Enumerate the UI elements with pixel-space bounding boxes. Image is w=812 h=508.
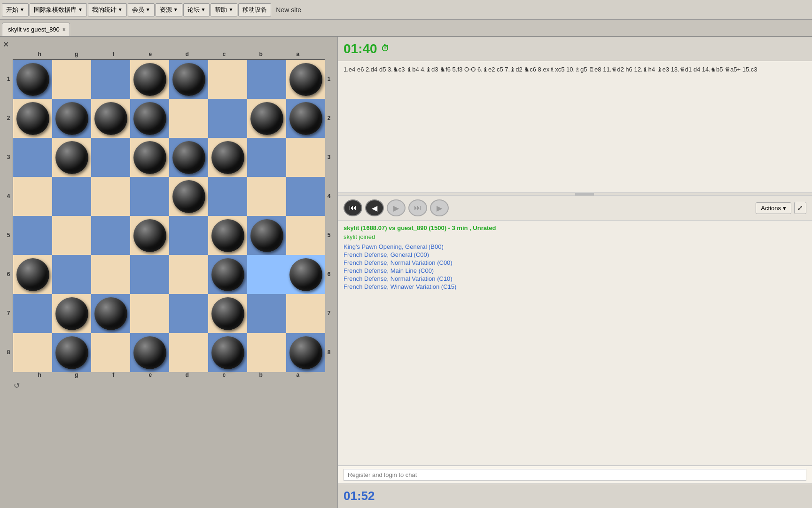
square-f1[interactable] [91,60,130,99]
last-move-button[interactable]: ⏭ [408,199,427,216]
square-b8[interactable] [247,333,286,372]
nav-forum[interactable]: 论坛 ▼ [183,3,210,16]
nav-start[interactable]: 开始 ▼ [2,3,29,16]
square-c4[interactable] [208,177,247,216]
nav-mystats[interactable]: 我的统计 ▼ [88,3,127,16]
game-tab[interactable]: skylit vs guest_890 × [2,23,70,36]
chat-input[interactable] [344,469,806,481]
square-g7[interactable] [52,294,91,333]
square-b3[interactable] [247,138,286,177]
square-g1[interactable] [52,60,91,99]
play-button[interactable]: ▶ [430,199,449,216]
square-b5[interactable] [247,216,286,255]
square-g6[interactable] [52,255,91,294]
square-e6[interactable] [130,255,169,294]
square-c8[interactable] [208,333,247,372]
square-c7[interactable] [208,294,247,333]
nav-newsite[interactable]: New site [272,5,305,15]
square-h4[interactable] [13,177,52,216]
square-h2[interactable] [13,99,52,138]
first-move-button[interactable]: ⏮ [344,199,362,216]
square-f5[interactable] [91,216,130,255]
square-g5[interactable] [52,216,91,255]
square-f8[interactable] [91,333,130,372]
tab-close-button[interactable]: × [62,26,66,33]
square-c6[interactable] [208,255,247,294]
opening-link-0[interactable]: King's Pawn Opening, General (B00) [344,243,806,250]
square-a4[interactable] [286,177,325,216]
col-labels-top: h g f e d c b a [4,51,333,59]
square-a6[interactable] [286,255,325,294]
square-d8[interactable] [169,333,208,372]
prev-move-button[interactable]: ◀ [365,199,384,216]
square-f4[interactable] [91,177,130,216]
square-g4[interactable] [52,177,91,216]
square-b2[interactable] [247,99,286,138]
nav-forum-arrow: ▼ [201,7,206,12]
board-refresh-icon[interactable]: ↺ [14,381,20,390]
square-d6[interactable] [169,255,208,294]
board-close-icon[interactable]: ✕ [3,40,9,49]
chessboard[interactable] [13,59,325,372]
square-h1[interactable] [13,60,52,99]
square-d2[interactable] [169,99,208,138]
square-b1[interactable] [247,60,286,99]
opening-link-4[interactable]: French Defense, Normal Variation (C10) [344,275,806,282]
square-g3[interactable] [52,138,91,177]
square-c3[interactable] [208,138,247,177]
fullscreen-icon: ⤢ [797,204,803,212]
square-h7[interactable] [13,294,52,333]
nav-resources[interactable]: 资源 ▼ [156,3,182,16]
square-e2[interactable] [130,99,169,138]
square-e3[interactable] [130,138,169,177]
square-a8[interactable] [286,333,325,372]
piece-d3 [172,141,205,174]
square-a5[interactable] [286,216,325,255]
square-h6[interactable] [13,255,52,294]
square-e5[interactable] [130,216,169,255]
col-label-c-top: c [206,51,243,59]
square-f3[interactable] [91,138,130,177]
moves-area: 1.e4 e6 2.d4 d5 3.♞c3 ♝b4 4.♝d3 ♞f6 5.f3… [338,61,812,193]
square-a7[interactable] [286,294,325,333]
nav-database[interactable]: 国际象棋数据库 ▼ [30,3,87,16]
opening-link-2[interactable]: French Defense, Normal Variation (C00) [344,259,806,266]
square-h8[interactable] [13,333,52,372]
square-e7[interactable] [130,294,169,333]
square-b6[interactable] [247,255,286,294]
square-h5[interactable] [13,216,52,255]
square-f6[interactable] [91,255,130,294]
square-e4[interactable] [130,177,169,216]
square-d7[interactable] [169,294,208,333]
square-f7[interactable] [91,294,130,333]
square-c5[interactable] [208,216,247,255]
next-move-button[interactable]: ▶ [387,199,406,216]
row-label-8-right: 8 [325,333,333,372]
square-b4[interactable] [247,177,286,216]
square-e8[interactable] [130,333,169,372]
square-f2[interactable] [91,99,130,138]
nav-help[interactable]: 帮助 ▼ [211,3,237,16]
square-d4[interactable] [169,177,208,216]
actions-label: Actions [761,205,781,212]
opening-link-5[interactable]: French Defense, Winawer Variation (C15) [344,283,806,290]
square-a3[interactable] [286,138,325,177]
nav-membership[interactable]: 会员 ▼ [128,3,155,16]
square-g2[interactable] [52,99,91,138]
square-d5[interactable] [169,216,208,255]
nav-mobile[interactable]: 移动设备 [238,3,271,16]
opening-link-1[interactable]: French Defense, General (C00) [344,251,806,258]
square-a1[interactable] [286,60,325,99]
square-a2[interactable] [286,99,325,138]
square-b7[interactable] [247,294,286,333]
opening-link-3[interactable]: French Defense, Main Line (C00) [344,267,806,274]
square-e1[interactable] [130,60,169,99]
square-c1[interactable] [208,60,247,99]
square-c2[interactable] [208,99,247,138]
square-d3[interactable] [169,138,208,177]
square-d1[interactable] [169,60,208,99]
square-h3[interactable] [13,138,52,177]
square-g8[interactable] [52,333,91,372]
actions-button[interactable]: Actions ▾ [756,202,791,214]
fullscreen-button[interactable]: ⤢ [794,202,806,214]
